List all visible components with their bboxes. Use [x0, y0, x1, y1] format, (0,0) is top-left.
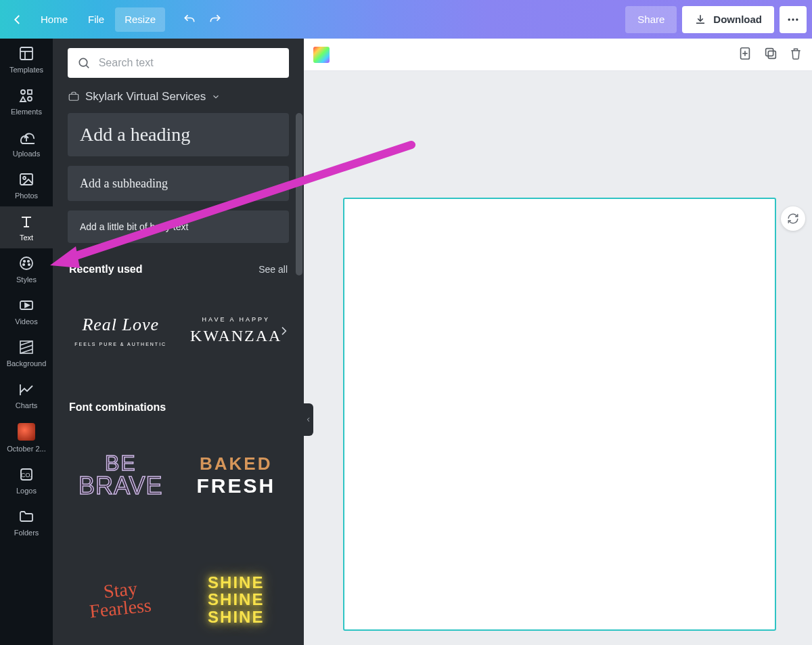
template-line: FEELS PURE & AUTHENTIC — [74, 342, 166, 347]
recently-used-heading: Recently used — [69, 263, 142, 275]
rail-label: Logos — [16, 487, 37, 495]
svg-point-0 — [788, 18, 790, 20]
canvas-surface[interactable] — [304, 71, 812, 645]
svg-rect-7 — [28, 90, 32, 94]
rail-label: Styles — [16, 275, 37, 284]
template-line: SHINE — [208, 591, 264, 608]
svg-marker-8 — [20, 97, 26, 102]
search-icon — [77, 55, 91, 70]
editor-area — [304, 39, 812, 645]
canvas-page[interactable] — [344, 199, 775, 629]
regenerate-button[interactable] — [781, 206, 805, 231]
rail-label: Uploads — [13, 150, 40, 158]
svg-point-9 — [28, 97, 32, 101]
svg-rect-10 — [20, 174, 32, 185]
search-input-wrapper[interactable] — [68, 48, 289, 78]
rail-videos[interactable]: Videos — [0, 290, 53, 332]
rail-label: Text — [20, 233, 33, 242]
text-template-kwanzaa[interactable]: HAVE A HAPPY KWANZAA — [183, 280, 290, 381]
resize-button[interactable]: Resize — [115, 7, 165, 32]
svg-rect-31 — [768, 51, 775, 58]
svg-marker-18 — [25, 303, 29, 307]
add-heading-button[interactable]: Add a heading — [68, 113, 289, 156]
font-combo-shine[interactable]: SHINE SHINE SHINE — [183, 542, 290, 645]
rail-brand-folder[interactable]: October 2... — [0, 416, 53, 460]
brand-dropdown[interactable]: Skylark Virtual Services — [68, 90, 289, 104]
back-button[interactable] — [5, 7, 30, 32]
rail-label: October 2... — [7, 445, 45, 453]
panel-collapse-button[interactable] — [304, 403, 313, 436]
svg-point-16 — [23, 264, 24, 265]
add-page-button[interactable] — [738, 46, 752, 64]
delete-page-button[interactable] — [789, 46, 803, 64]
template-line: Real Love — [82, 315, 159, 335]
svg-point-11 — [23, 177, 26, 179]
brand-thumbnail-icon — [18, 423, 35, 441]
template-line: HAVE A HAPPY — [202, 316, 270, 323]
rail-label: Videos — [15, 317, 37, 326]
rail-label: Templates — [9, 66, 43, 74]
template-line: SHINE — [208, 608, 264, 625]
rail-elements[interactable]: Elements — [0, 81, 53, 123]
undo-button[interactable] — [177, 7, 202, 32]
template-line: SHINE — [208, 574, 264, 591]
rail-label: Charts — [16, 401, 37, 409]
brand-icon — [68, 91, 80, 103]
share-button[interactable]: Share — [625, 6, 677, 33]
font-combo-baked-fresh[interactable]: BAKED FRESH — [183, 418, 290, 533]
search-input[interactable] — [99, 57, 279, 69]
chevron-down-icon — [211, 92, 221, 102]
template-line: Fearless — [89, 596, 152, 621]
svg-line-21 — [20, 345, 32, 349]
redo-button[interactable] — [203, 7, 227, 32]
svg-point-1 — [792, 18, 794, 20]
download-button[interactable]: Download — [682, 6, 774, 33]
svg-point-2 — [796, 18, 798, 20]
svg-rect-3 — [20, 47, 32, 60]
home-button[interactable]: Home — [31, 7, 77, 32]
file-menu-button[interactable]: File — [78, 7, 114, 32]
add-body-text-button[interactable]: Add a little bit of body text — [68, 210, 289, 243]
svg-line-22 — [20, 349, 32, 353]
document-toolbar — [304, 39, 812, 71]
carousel-next-button[interactable] — [275, 323, 292, 339]
font-combos-heading: Font combinations — [69, 401, 166, 414]
rail-text[interactable]: Text — [0, 206, 53, 248]
svg-rect-27 — [69, 94, 78, 100]
rail-logos[interactable]: CO. Logos — [0, 460, 53, 502]
rail-charts[interactable]: Charts — [0, 374, 53, 416]
rail-label: Photos — [15, 192, 38, 200]
add-subheading-button[interactable]: Add a subheading — [68, 166, 289, 201]
svg-point-25 — [79, 58, 87, 66]
chevron-left-icon — [306, 416, 311, 424]
color-picker-button[interactable] — [313, 47, 330, 63]
svg-line-26 — [86, 65, 89, 68]
template-line: BRAVE — [78, 474, 162, 498]
rail-uploads[interactable]: Uploads — [0, 123, 53, 164]
svg-rect-32 — [766, 48, 773, 55]
template-line: KWANZAA — [190, 327, 281, 345]
duplicate-page-button[interactable] — [763, 46, 778, 64]
nav-rail: Templates Elements Uploads Photos Text S… — [0, 39, 53, 645]
font-combo-stay-fearless[interactable]: Stay Fearless — [68, 542, 174, 645]
svg-point-6 — [21, 90, 25, 94]
rail-photos[interactable]: Photos — [0, 164, 53, 206]
brand-name: Skylark Virtual Services — [85, 90, 206, 104]
rail-styles[interactable]: Styles — [0, 248, 53, 290]
see-all-link[interactable]: See all — [258, 264, 288, 275]
rail-label: Folders — [14, 529, 39, 537]
svg-point-12 — [20, 257, 32, 269]
template-line: BE — [105, 452, 137, 474]
more-menu-button[interactable] — [780, 6, 807, 33]
text-panel: Skylark Virtual Services Add a heading A… — [53, 39, 304, 645]
font-combo-be-brave[interactable]: BE BRAVE — [68, 418, 174, 533]
svg-point-15 — [28, 264, 30, 265]
download-label: Download — [713, 14, 762, 25]
rail-label: Elements — [11, 108, 42, 116]
svg-text:CO.: CO. — [21, 472, 32, 479]
rail-folders[interactable]: Folders — [0, 502, 53, 543]
text-template-real-love[interactable]: Real Love FEELS PURE & AUTHENTIC — [68, 280, 174, 381]
rail-background[interactable]: Background — [0, 332, 53, 374]
rail-templates[interactable]: Templates — [0, 39, 53, 81]
svg-point-13 — [24, 261, 25, 262]
